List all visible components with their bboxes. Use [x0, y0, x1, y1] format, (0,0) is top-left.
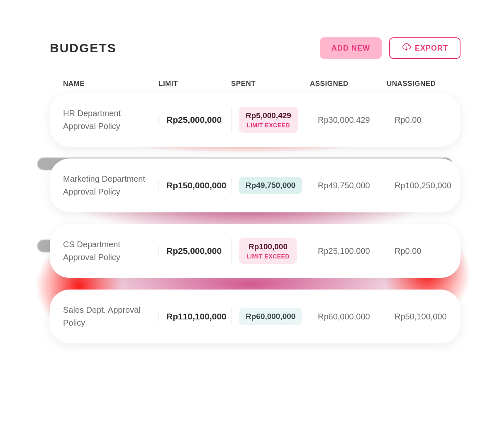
- spent-badge: Rp100,000LIMIT EXCEED: [239, 238, 297, 264]
- col-spent: SPENT: [231, 80, 310, 88]
- cell-unassigned: Rp0,00: [387, 246, 457, 256]
- cell-unassigned: Rp50,100,000: [387, 312, 457, 321]
- add-new-label: ADD NEW: [331, 44, 370, 53]
- cloud-download-icon: [402, 43, 411, 54]
- table-header: NAME LIMIT SPENT ASSIGNED UNASSIGNED: [50, 80, 461, 88]
- add-new-button[interactable]: ADD NEW: [320, 37, 382, 59]
- cell-name: Sales Dept. Approval Policy: [63, 304, 158, 329]
- cell-limit: Rp25,000,000: [158, 246, 231, 256]
- table-row[interactable]: HR Department Approval PolicyRp25,000,00…: [50, 93, 461, 147]
- cell-assigned: Rp30,000,429: [310, 115, 387, 125]
- cell-limit: Rp110,100,000: [158, 312, 231, 321]
- export-label: EXPORT: [415, 44, 448, 53]
- col-name: NAME: [63, 80, 158, 88]
- spent-value: Rp5,000,429: [246, 111, 291, 120]
- export-button[interactable]: EXPORT: [389, 37, 461, 59]
- cell-limit: Rp150,000,000: [158, 180, 231, 190]
- table-row[interactable]: Marketing Department Approval PolicyRp15…: [50, 158, 461, 212]
- col-unassigned: UNASSIGNED: [387, 80, 457, 88]
- spent-flag: LIMIT EXCEED: [247, 122, 290, 129]
- cell-assigned: Rp25,100,000: [310, 246, 387, 256]
- spent-value: Rp60,000,000: [246, 312, 295, 321]
- cell-spent: Rp49,750,000: [231, 177, 310, 194]
- cell-name: Marketing Department Approval Policy: [63, 173, 158, 198]
- cell-spent: Rp60,000,000: [231, 308, 310, 325]
- cell-unassigned: Rp100,250,000: [387, 181, 457, 190]
- cell-assigned: Rp49,750,000: [310, 181, 387, 190]
- table-row[interactable]: CS Department Approval PolicyRp25,000,00…: [50, 224, 461, 278]
- budget-rows: HR Department Approval PolicyRp25,000,00…: [50, 93, 461, 343]
- cell-spent: Rp5,000,429LIMIT EXCEED: [231, 107, 310, 133]
- spent-value: Rp100,000: [249, 242, 288, 251]
- spent-badge: Rp60,000,000: [239, 308, 302, 325]
- cell-name: HR Department Approval Policy: [63, 107, 158, 133]
- col-limit: LIMIT: [158, 80, 231, 88]
- cell-name: CS Department Approval Policy: [63, 238, 158, 264]
- spent-badge: Rp49,750,000: [239, 177, 302, 194]
- cell-spent: Rp100,000LIMIT EXCEED: [231, 238, 310, 264]
- cell-unassigned: Rp0,00: [387, 115, 457, 125]
- page-title: BUDGETS: [50, 41, 117, 55]
- spent-badge: Rp5,000,429LIMIT EXCEED: [239, 107, 298, 133]
- header-actions: ADD NEW EXPORT: [320, 37, 461, 59]
- spent-flag: LIMIT EXCEED: [246, 253, 290, 260]
- page-header: BUDGETS ADD NEW EXPORT: [50, 37, 461, 59]
- cell-assigned: Rp60,000,000: [310, 312, 387, 321]
- spent-value: Rp49,750,000: [246, 181, 295, 190]
- cell-limit: Rp25,000,000: [158, 115, 231, 125]
- table-row[interactable]: Sales Dept. Approval PolicyRp110,100,000…: [50, 290, 461, 343]
- col-assigned: ASSIGNED: [310, 80, 387, 88]
